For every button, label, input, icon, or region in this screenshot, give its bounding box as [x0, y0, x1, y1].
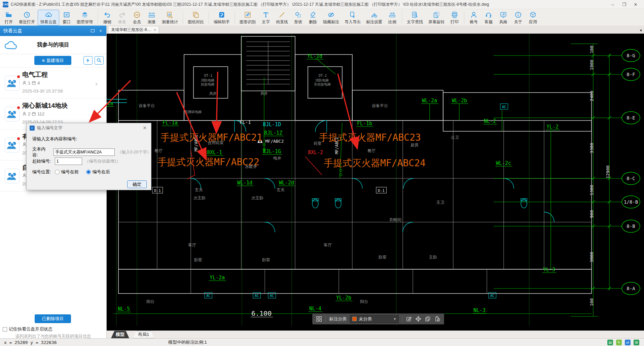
chevron-right-icon[interactable]: › — [95, 80, 98, 88]
chevron-right-icon[interactable]: › — [95, 111, 98, 118]
status-bar: x = 25289 y = 322636 模型中的标注比例:1 ▤ ✎ ⇄ ⊞ — [0, 338, 644, 346]
cad-label: D-1 — [154, 188, 161, 193]
cad-label: 玄关 — [195, 187, 203, 192]
cad-label: 手提式灭火器MF/ABC22 — [157, 157, 259, 168]
tab-list-dropdown-icon[interactable]: ▼ — [639, 29, 643, 32]
print-tool-button[interactable]: 打印 — [447, 10, 462, 26]
minimize-button[interactable]: – — [607, 0, 618, 8]
ratio-tool-button[interactable]: A:B比例 — [385, 10, 400, 26]
cad-label: AC — [206, 294, 210, 298]
layers-tool-button[interactable]: 图层管理 — [74, 10, 96, 26]
erase-tool-button[interactable]: 删除 — [306, 10, 320, 26]
undock-panel-icon[interactable] — [90, 29, 95, 33]
cad-label: 无障碍电梯 — [185, 110, 202, 114]
undo-tool-button[interactable]: 撤销 — [100, 10, 115, 26]
measure-tool-button[interactable]: 测量 — [144, 10, 159, 26]
status-icon-3[interactable]: ⇄ — [625, 340, 631, 345]
ratio-icon: A:B — [388, 11, 396, 19]
cad-label: DT-2 — [319, 74, 327, 77]
tab-model[interactable]: 模型 — [111, 331, 129, 338]
style-tool-button[interactable]: 风格 — [496, 10, 511, 26]
cad-label: 6.100 — [251, 309, 272, 317]
dimension-value: 1300 — [589, 185, 594, 195]
shapes-tool-button[interactable]: 形状 — [291, 10, 306, 26]
construction-grid — [116, 34, 529, 326]
svg-text:VIP: VIP — [135, 14, 139, 16]
impexp-tool-button[interactable]: 导入导出 — [342, 10, 363, 26]
vip-tool-button[interactable]: VIP会员 — [130, 10, 144, 26]
service-tool-button[interactable]: 客服 — [481, 10, 496, 26]
category-dropdown[interactable]: 未分类 ▼ — [350, 315, 399, 323]
radio-number-back[interactable] — [86, 170, 91, 174]
close-button[interactable]: ✕ — [630, 0, 641, 8]
transfer-button[interactable] — [83, 56, 93, 65]
ok-button[interactable]: 确定 — [127, 180, 147, 188]
cad-label: FL-1a — [163, 120, 178, 126]
cad-drawing-area[interactable]: 8-G8-F8-E8-C1/8-B8-B8-A 1001000240033001… — [107, 34, 644, 331]
apps-tool-button[interactable]: 应用 — [526, 10, 540, 26]
text-content-input[interactable] — [53, 148, 115, 156]
document-tab[interactable]: 龙域华都三期东区-8… × — [108, 26, 159, 33]
dialog-title-bar[interactable]: C 输入编号文字 ✕ — [27, 123, 151, 133]
annset-tool-button[interactable]: 标注设置 — [363, 10, 385, 26]
search-project-button[interactable] — [95, 56, 104, 65]
copy-annotation-icon[interactable] — [425, 316, 431, 322]
redo-tool-button[interactable]: 恢复 — [115, 10, 130, 26]
paste-annotation-icon[interactable] — [434, 316, 440, 322]
assist-tool-button[interactable]: 编辑助手 — [211, 10, 232, 26]
compare-tool-button[interactable]: 图纸对比 — [185, 10, 207, 26]
status-icon-4[interactable]: ⊞ — [634, 340, 639, 345]
findtext-tool-button[interactable]: A文字查找 — [404, 10, 426, 26]
status-icon-2[interactable]: ✎ — [616, 340, 622, 345]
stats-tool-button[interactable]: 测量统计 — [159, 10, 181, 26]
dimension-value: 3300 — [589, 143, 594, 153]
project-list-item[interactable]: 电气工程 14 2025-03-30 15:37:56 › — [0, 68, 106, 99]
about-icon — [514, 11, 522, 19]
radio-number-front[interactable] — [55, 170, 60, 174]
rotate-tool-button[interactable]: 屏幕旋转 — [426, 10, 447, 26]
cad-label: 公卫 — [451, 135, 459, 140]
text-tool-button[interactable]: 文字 — [258, 10, 273, 26]
annotation-category-bar: 标注分类 未分类 ▼ — [312, 313, 444, 324]
open-icon — [5, 11, 13, 19]
dialog-logo-icon: C — [30, 126, 35, 131]
dialog-title: 输入编号文字 — [37, 125, 141, 131]
about-tool-button[interactable]: 关于 — [511, 10, 526, 26]
cad-label: 8JL-1D — [263, 122, 281, 128]
cad-label: 餐厅 — [367, 148, 375, 153]
vip-icon: VIP — [133, 11, 141, 19]
cad-label: 次主卧 — [193, 196, 206, 200]
project-avatar — [5, 107, 20, 122]
dialog-close-icon[interactable]: ✕ — [141, 125, 148, 131]
document-tab-close-icon[interactable]: × — [154, 28, 156, 32]
cad-label: 8JL-1G — [263, 148, 281, 154]
dimension-value: 100 — [589, 45, 594, 53]
edit-annotation-icon[interactable] — [406, 316, 412, 322]
start-number-input[interactable] — [55, 158, 82, 165]
status-icon-1[interactable]: ▤ — [607, 340, 613, 345]
line-tool-button[interactable]: 画直线 — [273, 10, 291, 26]
grid-bubble-label: 8-C — [627, 176, 635, 181]
members-icon — [22, 81, 27, 85]
open-tool-button[interactable]: 打开 — [1, 10, 16, 26]
maximize-button[interactable]: ❐ — [618, 0, 630, 8]
remember-checkbox[interactable] — [3, 327, 7, 332]
deleted-projects-button[interactable]: 已删除项目 — [35, 314, 71, 323]
grid-bubble-label: 1/8-B — [624, 199, 638, 205]
close-panel-icon[interactable]: × — [98, 29, 103, 33]
category-grid-icon[interactable] — [316, 316, 322, 322]
grid-bubble-label: 8-A — [627, 286, 635, 291]
tab-layout1[interactable]: 布局1 — [133, 331, 154, 338]
recent-tool-button[interactable]: 最近打开 — [16, 10, 38, 26]
cad-floorplan[interactable]: 8-G8-F8-E8-C1/8-B8-B8-A 1001000240033001… — [107, 34, 644, 331]
rotate-icon — [432, 11, 440, 19]
hide-tool-button[interactable]: 隐藏标注 — [320, 10, 342, 26]
recognize-tool-button[interactable]: 图形识别 — [237, 10, 258, 26]
window-tool-button[interactable]: 窗口 — [59, 10, 74, 26]
cloud-tool-button[interactable]: 快看云盘 — [38, 10, 59, 26]
new-project-button[interactable]: ⊕ 新建项目 — [34, 56, 71, 65]
cad-label: 衣帽间 — [389, 217, 401, 222]
move-annotation-icon[interactable] — [415, 316, 421, 322]
account-tool-button[interactable]: 账号 — [466, 10, 481, 26]
remember-checkbox-row[interactable]: 记住快看云盘开启状态 — [3, 326, 52, 332]
